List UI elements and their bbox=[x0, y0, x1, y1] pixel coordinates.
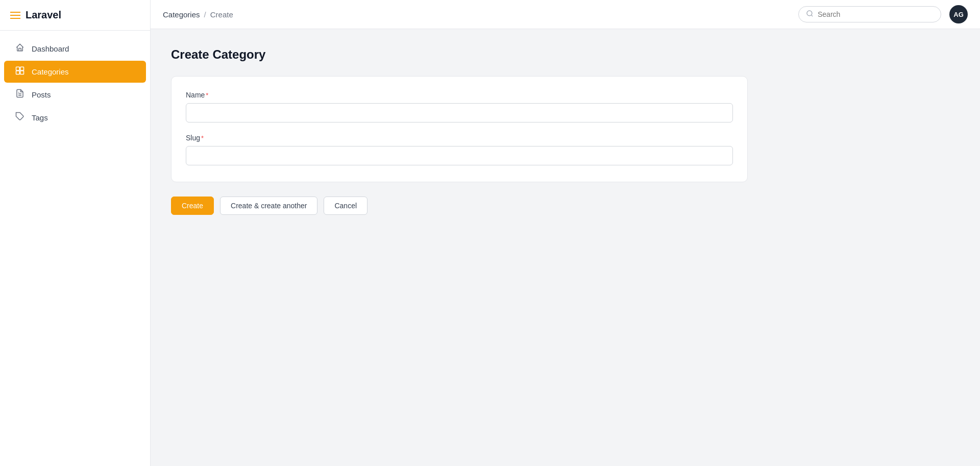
categories-icon bbox=[14, 66, 26, 78]
sidebar-item-posts-label: Posts bbox=[32, 90, 51, 99]
page-title: Create Category bbox=[171, 47, 960, 62]
name-input[interactable] bbox=[186, 103, 733, 122]
sidebar-item-dashboard[interactable]: Dashboard bbox=[4, 38, 146, 60]
home-icon bbox=[14, 43, 26, 55]
create-another-button[interactable]: Create & create another bbox=[220, 197, 317, 215]
button-group: Create Create & create another Cancel bbox=[171, 197, 960, 215]
name-required: * bbox=[206, 91, 208, 99]
svg-rect-2 bbox=[16, 71, 20, 75]
sidebar-header: Laravel bbox=[0, 0, 150, 31]
main-content: Categories / Create AG Create Category bbox=[151, 0, 980, 466]
slug-group: Slug* bbox=[186, 134, 733, 165]
breadcrumb-separator: / bbox=[204, 10, 206, 19]
app-logo: Laravel bbox=[26, 9, 61, 21]
breadcrumb: Categories / Create bbox=[163, 10, 233, 19]
svg-rect-3 bbox=[20, 71, 24, 75]
search-icon bbox=[806, 10, 814, 19]
sidebar: Laravel Dashboard Categories bbox=[0, 0, 151, 466]
name-group: Name* bbox=[186, 91, 733, 122]
sidebar-item-tags[interactable]: Tags bbox=[4, 107, 146, 129]
hamburger-icon[interactable] bbox=[10, 12, 20, 19]
svg-line-8 bbox=[811, 15, 813, 16]
sidebar-item-posts[interactable]: Posts bbox=[4, 84, 146, 106]
search-input[interactable] bbox=[818, 10, 934, 18]
cancel-button[interactable]: Cancel bbox=[324, 197, 368, 215]
form-card: Name* Slug* bbox=[171, 76, 748, 182]
svg-point-7 bbox=[807, 11, 812, 16]
search-box[interactable] bbox=[798, 6, 941, 22]
name-label: Name* bbox=[186, 91, 733, 99]
topbar-right: AG bbox=[798, 5, 968, 23]
slug-required: * bbox=[201, 134, 204, 142]
slug-input[interactable] bbox=[186, 146, 733, 165]
sidebar-item-dashboard-label: Dashboard bbox=[32, 44, 69, 53]
svg-rect-0 bbox=[16, 67, 20, 70]
avatar[interactable]: AG bbox=[949, 5, 968, 23]
slug-label: Slug* bbox=[186, 134, 733, 142]
topbar: Categories / Create AG bbox=[151, 0, 980, 29]
breadcrumb-current: Create bbox=[210, 10, 233, 19]
breadcrumb-parent[interactable]: Categories bbox=[163, 10, 200, 19]
sidebar-item-tags-label: Tags bbox=[32, 113, 48, 122]
posts-icon bbox=[14, 89, 26, 101]
tags-icon bbox=[14, 112, 26, 124]
sidebar-item-categories[interactable]: Categories bbox=[4, 61, 146, 83]
sidebar-nav: Dashboard Categories bbox=[0, 31, 150, 136]
svg-rect-1 bbox=[20, 67, 24, 70]
page-content: Create Category Name* Slug* Create Creat… bbox=[151, 29, 980, 466]
create-button[interactable]: Create bbox=[171, 197, 214, 215]
sidebar-item-categories-label: Categories bbox=[32, 67, 69, 76]
